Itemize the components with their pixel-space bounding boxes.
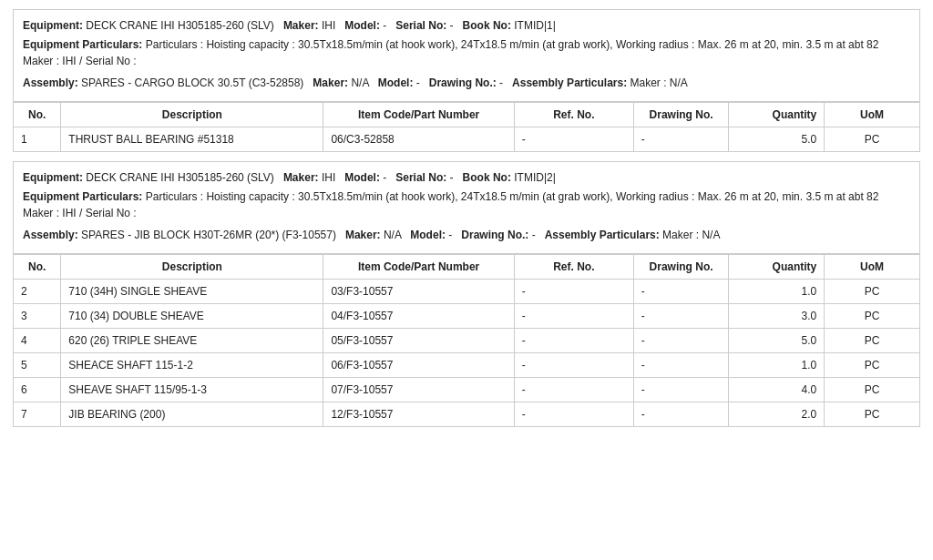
cell-no: 3 <box>14 304 61 329</box>
cell-uom: PC <box>825 402 920 427</box>
cell-drawing-no: - <box>633 280 729 304</box>
table-row: 1THRUST BALL BEARING #5131806/C3-52858--… <box>14 127 920 152</box>
cell-no: 1 <box>14 127 61 152</box>
cell-quantity: 5.0 <box>729 329 825 353</box>
page-wrapper: Equipment: DECK CRANE IHI H305185-260 (S… <box>0 0 933 445</box>
cell-drawing-no: - <box>633 127 729 152</box>
table-row: 7JIB BEARING (200)12/F3-10557--2.0PC <box>14 402 920 427</box>
table-row: 3710 (34) DOUBLE SHEAVE04/F3-10557--3.0P… <box>14 304 920 329</box>
table-row: 6SHEAVE SHAFT 115/95-1-307/F3-10557--4.0… <box>14 378 920 402</box>
cell-drawing-no: - <box>633 304 729 329</box>
cell-uom: PC <box>825 304 920 329</box>
equipment-particulars-line: Equipment Particulars: Particulars : Hoi… <box>23 36 910 69</box>
cell-quantity: 3.0 <box>729 304 825 329</box>
cell-item-code: 04/F3-10557 <box>323 304 514 329</box>
parts-table: No.DescriptionItem Code/Part NumberRef. … <box>13 254 920 427</box>
equipment-line: Equipment: DECK CRANE IHI H305185-260 (S… <box>23 17 910 34</box>
cell-item-code: 06/F3-10557 <box>323 353 514 378</box>
cell-no: 4 <box>14 329 61 353</box>
col-header-quantity: Quantity <box>729 103 825 127</box>
cell-no: 6 <box>14 378 61 402</box>
col-header-uom: UoM <box>825 103 920 127</box>
cell-quantity: 1.0 <box>729 353 825 378</box>
assembly-line: Assembly: SPARES - CARGO BLOCK 30.5T (C3… <box>23 75 910 91</box>
col-header-uom: UoM <box>825 255 920 280</box>
col-header-ref_no: Ref. No. <box>514 103 633 127</box>
assembly-line: Assembly: SPARES - JIB BLOCK H30T-26MR (… <box>23 227 910 243</box>
section-1: Equipment: DECK CRANE IHI H305185-260 (S… <box>13 9 920 152</box>
cell-description: SHEACE SHAFT 115-1-2 <box>61 353 323 378</box>
col-header-item_code: Item Code/Part Number <box>323 255 514 280</box>
col-header-drawing_no: Drawing No. <box>633 103 729 127</box>
cell-uom: PC <box>825 127 920 152</box>
cell-no: 7 <box>14 402 61 427</box>
cell-ref-no: - <box>514 353 633 378</box>
cell-drawing-no: - <box>633 353 729 378</box>
cell-drawing-no: - <box>633 329 729 353</box>
cell-uom: PC <box>825 353 920 378</box>
cell-item-code: 07/F3-10557 <box>323 378 514 402</box>
cell-description: 710 (34) DOUBLE SHEAVE <box>61 304 323 329</box>
cell-description: THRUST BALL BEARING #51318 <box>61 127 323 152</box>
cell-quantity: 1.0 <box>729 280 825 304</box>
cell-ref-no: - <box>514 280 633 304</box>
cell-no: 5 <box>14 353 61 378</box>
equipment-line: Equipment: DECK CRANE IHI H305185-260 (S… <box>23 169 910 186</box>
cell-ref-no: - <box>514 402 633 427</box>
cell-quantity: 2.0 <box>729 402 825 427</box>
cell-no: 2 <box>14 280 61 304</box>
equipment-block: Equipment: DECK CRANE IHI H305185-260 (S… <box>13 9 920 102</box>
col-header-quantity: Quantity <box>729 255 825 280</box>
cell-quantity: 4.0 <box>729 378 825 402</box>
cell-description: 710 (34H) SINGLE SHEAVE <box>61 280 323 304</box>
cell-uom: PC <box>825 378 920 402</box>
cell-ref-no: - <box>514 127 633 152</box>
col-header-description: Description <box>61 103 323 127</box>
cell-drawing-no: - <box>633 402 729 427</box>
cell-item-code: 05/F3-10557 <box>323 329 514 353</box>
cell-item-code: 03/F3-10557 <box>323 280 514 304</box>
cell-item-code: 12/F3-10557 <box>323 402 514 427</box>
col-header-no: No. <box>14 103 61 127</box>
cell-description: SHEAVE SHAFT 115/95-1-3 <box>61 378 323 402</box>
cell-uom: PC <box>825 329 920 353</box>
equipment-particulars-line: Equipment Particulars: Particulars : Hoi… <box>23 188 910 221</box>
equipment-block: Equipment: DECK CRANE IHI H305185-260 (S… <box>13 161 920 254</box>
cell-ref-no: - <box>514 378 633 402</box>
cell-description: JIB BEARING (200) <box>61 402 323 427</box>
cell-drawing-no: - <box>633 378 729 402</box>
table-row: 5SHEACE SHAFT 115-1-206/F3-10557--1.0PC <box>14 353 920 378</box>
col-header-description: Description <box>61 255 323 280</box>
parts-table: No.DescriptionItem Code/Part NumberRef. … <box>13 102 920 152</box>
cell-ref-no: - <box>514 329 633 353</box>
table-row: 4620 (26) TRIPLE SHEAVE05/F3-10557--5.0P… <box>14 329 920 353</box>
col-header-no: No. <box>14 255 61 280</box>
section-2: Equipment: DECK CRANE IHI H305185-260 (S… <box>13 161 920 427</box>
cell-ref-no: - <box>514 304 633 329</box>
cell-uom: PC <box>825 280 920 304</box>
col-header-ref_no: Ref. No. <box>514 255 633 280</box>
col-header-drawing_no: Drawing No. <box>633 255 729 280</box>
cell-description: 620 (26) TRIPLE SHEAVE <box>61 329 323 353</box>
table-row: 2710 (34H) SINGLE SHEAVE03/F3-10557--1.0… <box>14 280 920 304</box>
cell-item-code: 06/C3-52858 <box>323 127 514 152</box>
cell-quantity: 5.0 <box>729 127 825 152</box>
col-header-item_code: Item Code/Part Number <box>323 103 514 127</box>
